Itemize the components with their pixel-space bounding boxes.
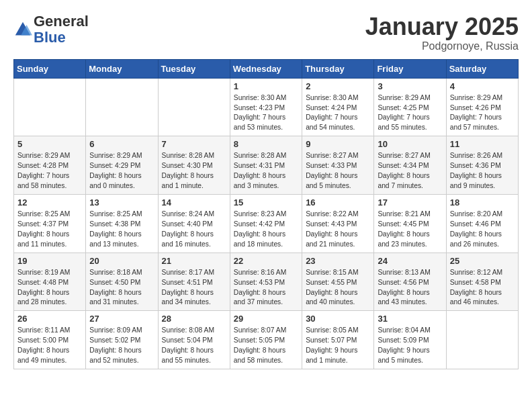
calendar-week-row: 5Sunrise: 8:29 AM Sunset: 4:28 PM Daylig… [14,136,519,195]
calendar-cell: 22Sunrise: 8:16 AM Sunset: 4:53 PM Dayli… [230,253,302,311]
day-number: 7 [162,139,226,149]
calendar-cell [86,78,158,136]
calendar-cell: 10Sunrise: 8:27 AM Sunset: 4:34 PM Dayli… [374,136,446,195]
day-number: 11 [450,139,515,149]
day-info: Sunrise: 8:25 AM Sunset: 4:38 PM Dayligh… [89,210,154,250]
day-info: Sunrise: 8:29 AM Sunset: 4:25 PM Dayligh… [378,93,442,134]
day-number: 25 [450,256,515,266]
day-info: Sunrise: 8:17 AM Sunset: 4:51 PM Dayligh… [162,268,226,308]
calendar-week-row: 19Sunrise: 8:19 AM Sunset: 4:48 PM Dayli… [14,253,519,311]
day-info: Sunrise: 8:16 AM Sunset: 4:53 PM Dayligh… [234,268,298,308]
calendar-cell: 28Sunrise: 8:08 AM Sunset: 5:04 PM Dayli… [158,311,230,369]
day-info: Sunrise: 8:05 AM Sunset: 5:07 PM Dayligh… [306,326,370,366]
calendar-cell: 23Sunrise: 8:15 AM Sunset: 4:55 PM Dayli… [302,253,374,311]
day-number: 23 [306,256,370,266]
day-info: Sunrise: 8:28 AM Sunset: 4:30 PM Dayligh… [162,151,226,191]
day-info: Sunrise: 8:13 AM Sunset: 4:56 PM Dayligh… [378,268,442,308]
weekday-header: Saturday [446,59,518,78]
calendar-cell: 11Sunrise: 8:26 AM Sunset: 4:36 PM Dayli… [446,136,518,195]
day-number: 8 [234,139,298,149]
calendar-week-row: 1Sunrise: 8:30 AM Sunset: 4:23 PM Daylig… [14,78,519,136]
day-number: 18 [450,197,515,208]
day-number: 2 [306,81,370,91]
calendar-cell [14,78,86,136]
day-number: 10 [378,139,442,149]
day-number: 13 [89,197,154,208]
day-number: 29 [234,314,298,324]
calendar-cell: 4Sunrise: 8:29 AM Sunset: 4:26 PM Daylig… [446,78,518,136]
day-number: 26 [17,314,82,324]
calendar-cell: 29Sunrise: 8:07 AM Sunset: 5:05 PM Dayli… [230,311,302,369]
weekday-header: Monday [86,59,158,78]
month-title: January 2025 [365,13,519,40]
calendar-cell [446,311,518,369]
day-number: 19 [17,256,82,266]
day-info: Sunrise: 8:29 AM Sunset: 4:26 PM Dayligh… [450,93,515,134]
day-info: Sunrise: 8:20 AM Sunset: 4:46 PM Dayligh… [450,210,515,250]
day-info: Sunrise: 8:24 AM Sunset: 4:40 PM Dayligh… [162,210,226,250]
day-info: Sunrise: 8:27 AM Sunset: 4:34 PM Dayligh… [378,151,442,191]
day-info: Sunrise: 8:22 AM Sunset: 4:43 PM Dayligh… [306,210,370,250]
day-number: 24 [378,256,442,266]
calendar-cell: 21Sunrise: 8:17 AM Sunset: 4:51 PM Dayli… [158,253,230,311]
calendar-cell: 1Sunrise: 8:30 AM Sunset: 4:23 PM Daylig… [230,78,302,136]
calendar-cell: 30Sunrise: 8:05 AM Sunset: 5:07 PM Dayli… [302,311,374,369]
day-number: 21 [162,256,226,266]
calendar-cell: 2Sunrise: 8:30 AM Sunset: 4:24 PM Daylig… [302,78,374,136]
logo-general-text: General [34,13,89,30]
calendar-cell: 18Sunrise: 8:20 AM Sunset: 4:46 PM Dayli… [446,194,518,253]
calendar-cell: 25Sunrise: 8:12 AM Sunset: 4:58 PM Dayli… [446,253,518,311]
calendar-cell: 6Sunrise: 8:29 AM Sunset: 4:29 PM Daylig… [86,136,158,195]
day-info: Sunrise: 8:30 AM Sunset: 4:23 PM Dayligh… [234,93,298,134]
day-info: Sunrise: 8:21 AM Sunset: 4:45 PM Dayligh… [378,210,442,250]
calendar-cell: 19Sunrise: 8:19 AM Sunset: 4:48 PM Dayli… [14,253,86,311]
day-number: 14 [162,197,226,208]
day-number: 5 [17,139,82,149]
day-info: Sunrise: 8:15 AM Sunset: 4:55 PM Dayligh… [306,268,370,308]
day-number: 9 [306,139,370,149]
day-info: Sunrise: 8:12 AM Sunset: 4:58 PM Dayligh… [450,268,515,308]
calendar-cell: 20Sunrise: 8:18 AM Sunset: 4:50 PM Dayli… [86,253,158,311]
day-info: Sunrise: 8:25 AM Sunset: 4:37 PM Dayligh… [17,210,82,250]
day-number: 17 [378,197,442,208]
logo: General Blue [13,13,89,46]
calendar-week-row: 26Sunrise: 8:11 AM Sunset: 5:00 PM Dayli… [14,311,519,369]
calendar-cell: 9Sunrise: 8:27 AM Sunset: 4:33 PM Daylig… [302,136,374,195]
day-number: 30 [306,314,370,324]
calendar-cell [158,78,230,136]
calendar-cell: 8Sunrise: 8:28 AM Sunset: 4:31 PM Daylig… [230,136,302,195]
day-number: 28 [162,314,226,324]
calendar-cell: 17Sunrise: 8:21 AM Sunset: 4:45 PM Dayli… [374,194,446,253]
day-info: Sunrise: 8:30 AM Sunset: 4:24 PM Dayligh… [306,93,370,134]
day-info: Sunrise: 8:27 AM Sunset: 4:33 PM Dayligh… [306,151,370,191]
calendar-cell: 26Sunrise: 8:11 AM Sunset: 5:00 PM Dayli… [14,311,86,369]
day-info: Sunrise: 8:08 AM Sunset: 5:04 PM Dayligh… [162,326,226,366]
day-info: Sunrise: 8:09 AM Sunset: 5:02 PM Dayligh… [89,326,154,366]
day-number: 1 [234,81,298,91]
logo-blue-text: Blue [34,29,66,46]
logo-icon [13,20,32,39]
day-info: Sunrise: 8:29 AM Sunset: 4:29 PM Dayligh… [89,151,154,191]
calendar-week-row: 12Sunrise: 8:25 AM Sunset: 4:37 PM Dayli… [14,194,519,253]
calendar-cell: 16Sunrise: 8:22 AM Sunset: 4:43 PM Dayli… [302,194,374,253]
calendar-cell: 27Sunrise: 8:09 AM Sunset: 5:02 PM Dayli… [86,311,158,369]
calendar-cell: 14Sunrise: 8:24 AM Sunset: 4:40 PM Dayli… [158,194,230,253]
calendar-table: SundayMondayTuesdayWednesdayThursdayFrid… [13,59,519,369]
day-number: 4 [450,81,515,91]
day-number: 16 [306,197,370,208]
calendar-cell: 5Sunrise: 8:29 AM Sunset: 4:28 PM Daylig… [14,136,86,195]
calendar-cell: 15Sunrise: 8:23 AM Sunset: 4:42 PM Dayli… [230,194,302,253]
weekday-header: Tuesday [158,59,230,78]
calendar-cell: 7Sunrise: 8:28 AM Sunset: 4:30 PM Daylig… [158,136,230,195]
weekday-header: Wednesday [230,59,302,78]
day-info: Sunrise: 8:18 AM Sunset: 4:50 PM Dayligh… [89,268,154,308]
location-text: Podgornoye, Russia [365,40,519,52]
day-number: 27 [89,314,154,324]
day-info: Sunrise: 8:28 AM Sunset: 4:31 PM Dayligh… [234,151,298,191]
day-info: Sunrise: 8:07 AM Sunset: 5:05 PM Dayligh… [234,326,298,366]
day-number: 6 [89,139,154,149]
title-block: January 2025 Podgornoye, Russia [365,13,519,52]
calendar-cell: 12Sunrise: 8:25 AM Sunset: 4:37 PM Dayli… [14,194,86,253]
weekday-header: Sunday [14,59,86,78]
day-number: 31 [378,314,442,324]
